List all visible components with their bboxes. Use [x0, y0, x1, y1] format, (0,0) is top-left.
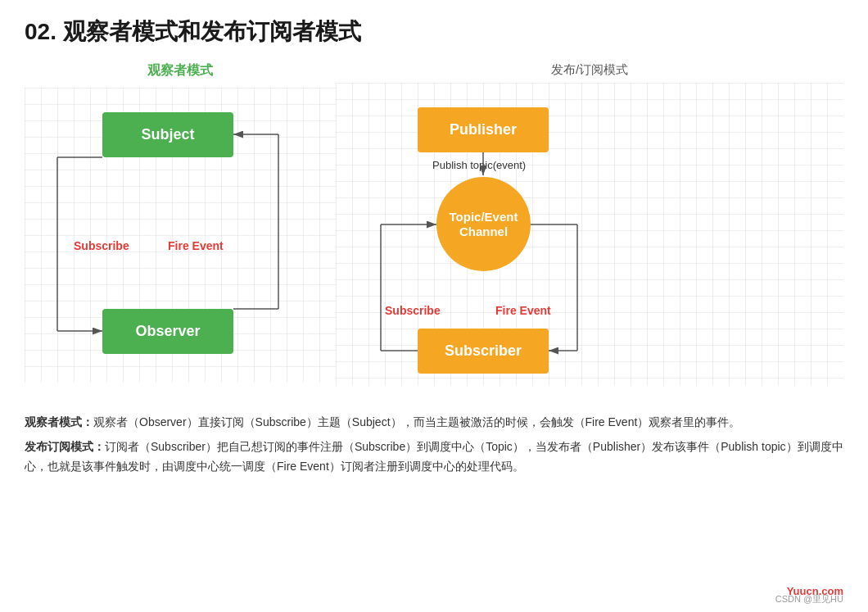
- diagram-area: 观察者模式 Subject Observer Subscribe Fire Ev…: [25, 62, 843, 406]
- page-title: 02. 观察者模式和发布订阅者模式: [25, 16, 843, 48]
- observer-desc-title: 观察者模式：: [25, 415, 93, 428]
- publisher-box: Publisher: [418, 107, 549, 152]
- pubsub-desc: 发布订阅模式：订阅者（Subscriber）把自己想订阅的事件注册（Subscr…: [25, 437, 843, 477]
- channel-circle: Topic/EventChannel: [436, 177, 531, 271]
- publish-topic-label: Publish topic(event): [432, 159, 526, 171]
- pubsub-desc-title: 发布订阅模式：: [25, 440, 105, 453]
- observer-box: Observer: [102, 309, 233, 354]
- observer-section-label: 观察者模式: [25, 62, 336, 79]
- pubsub-desc-text: 订阅者（Subscriber）把自己想订阅的事件注册（Subscribe）到调度…: [25, 440, 843, 473]
- pubsub-section: 发布/订阅模式 Publisher Publish topic(event) T…: [336, 62, 843, 406]
- subscriber-box: Subscriber: [418, 329, 549, 374]
- channel-label: Topic/EventChannel: [450, 210, 518, 239]
- subject-box: Subject: [102, 112, 233, 157]
- pubsub-section-label: 发布/订阅模式: [336, 62, 843, 78]
- pubsub-grid: [336, 83, 843, 386]
- fire-event-label-pubsub: Fire Event: [495, 304, 551, 317]
- subscribe-label-observer: Subscribe: [74, 239, 129, 252]
- page-container: 02. 观察者模式和发布订阅者模式 观察者模式 Subject Observer…: [0, 0, 868, 612]
- observer-diagram: Subject Observer Subscribe Fire Event: [25, 88, 336, 383]
- observer-section: 观察者模式 Subject Observer Subscribe Fire Ev…: [25, 62, 336, 406]
- watermark-csdn: CSDN @里见HU: [775, 593, 843, 605]
- description-section: 观察者模式：观察者（Observer）直接订阅（Subscribe）主题（Sub…: [25, 413, 843, 476]
- fire-event-label-observer: Fire Event: [168, 239, 224, 252]
- observer-desc-text: 观察者（Observer）直接订阅（Subscribe）主题（Subject），…: [93, 415, 740, 428]
- subscribe-label-pubsub: Subscribe: [385, 304, 441, 317]
- observer-desc: 观察者模式：观察者（Observer）直接订阅（Subscribe）主题（Sub…: [25, 413, 843, 433]
- pubsub-diagram: Publisher Publish topic(event) Topic/Eve…: [336, 83, 843, 386]
